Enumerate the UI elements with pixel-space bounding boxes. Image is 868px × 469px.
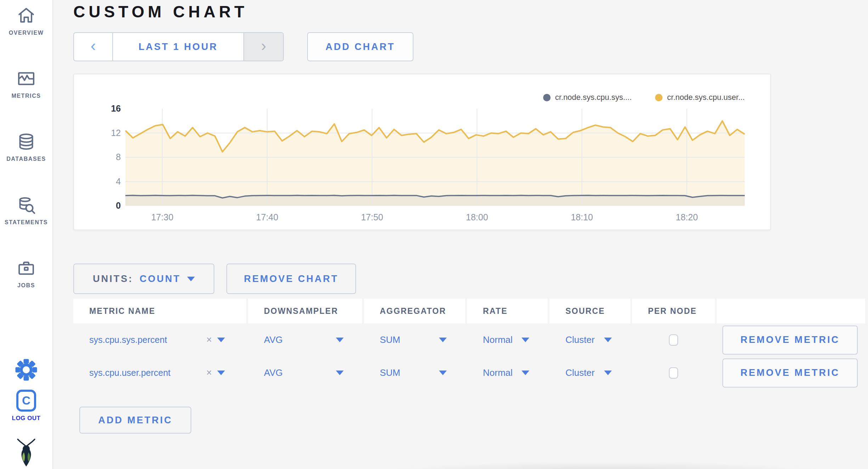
time-window-selector: ‹ LAST 1 HOUR › [73,32,284,61]
jobs-icon [16,258,36,278]
chevron-down-icon [522,371,529,375]
sidebar-item-metrics[interactable]: METRICS [0,69,52,99]
per-node-checkbox[interactable] [669,367,678,379]
col-header-rate: RATE [467,299,548,323]
sidebar: OVERVIEW METRICS DATABASES STATEMENTS JO… [0,0,53,469]
logout-button[interactable]: C LOG OUT [0,390,52,422]
legend-dot-user [655,94,663,101]
sidebar-item-label: METRICS [11,93,41,99]
chevron-down-icon [439,371,447,375]
chevron-down-icon [217,371,225,375]
clear-x-icon: × [206,367,212,378]
legend-dot-sys [543,94,551,101]
sidebar-item-label: STATEMENTS [5,219,48,226]
sidebar-item-label: OVERVIEW [9,30,44,36]
metric-row: sys.cpu.user.percent × AVG SUM Normal Cl… [73,356,864,389]
aggregator-select[interactable]: SUM [380,367,465,378]
downsampler-select[interactable]: AVG [264,334,362,345]
remove-chart-button[interactable]: REMOVE CHART [226,264,356,294]
col-header-metric-name: METRIC NAME [73,299,246,323]
sidebar-item-label: JOBS [17,282,35,289]
page-title: CUSTOM CHART [73,2,248,21]
logout-label: LOG OUT [12,415,41,422]
metric-clear-dropdown[interactable]: × [206,334,225,345]
col-header-downsampler: DOWNSAMPLER [248,299,362,323]
aggregator-select[interactable]: SUM [380,334,465,345]
chevron-down-icon [439,338,447,342]
chevron-left-icon: ‹ [91,38,96,56]
sidebar-item-overview[interactable]: OVERVIEW [0,6,52,36]
time-prev-button[interactable]: ‹ [74,33,113,61]
sidebar-item-jobs[interactable]: JOBS [0,258,52,289]
remove-metric-button[interactable]: REMOVE METRIC [722,326,858,355]
rate-select[interactable]: Normal [483,367,548,378]
svg-text:17:50: 17:50 [361,212,383,222]
col-header-aggregator: AGGREGATOR [364,299,465,323]
add-metric-button[interactable]: ADD METRIC [79,407,191,434]
database-icon [16,132,36,152]
chart-options-row: UNITS: COUNT REMOVE CHART [73,264,356,294]
legend-item-user[interactable]: cr.node.sys.cpu.user... [655,93,745,102]
units-dropdown[interactable]: UNITS: COUNT [73,264,214,294]
sidebar-item-statements[interactable]: STATEMENTS [0,195,52,226]
sidebar-item-label: DATABASES [6,156,46,162]
chevron-down-icon [604,338,612,342]
remove-metric-button[interactable]: REMOVE METRIC [722,358,858,388]
source-select[interactable]: Cluster [565,334,630,345]
home-icon [16,6,36,26]
metric-clear-dropdown[interactable]: × [206,367,225,378]
legend-item-sys[interactable]: cr.node.sys.cpu.sys.... [543,93,632,102]
svg-text:16: 16 [111,103,121,113]
svg-text:12: 12 [111,128,121,138]
chevron-down-icon [217,338,225,342]
svg-text:0: 0 [116,200,121,210]
main-content: CUSTOM CHART ‹ LAST 1 HOUR › ADD CHART 0… [54,0,868,469]
metric-name-select[interactable]: sys.cpu.user.percent [89,368,170,378]
per-node-checkbox[interactable] [669,334,678,346]
statements-icon [16,195,36,215]
toolbar: ‹ LAST 1 HOUR › ADD CHART [73,32,413,61]
chevron-right-icon: › [261,38,266,56]
chevron-down-icon [604,371,612,375]
downsampler-select[interactable]: AVG [264,367,362,378]
svg-text:4: 4 [116,176,121,186]
chart-card: 048121617:3017:4017:5018:0018:1018:20 cr… [73,74,771,230]
metrics-icon [16,69,36,89]
clear-x-icon: × [206,334,212,345]
bottom-shadow [281,460,868,469]
gear-icon[interactable] [16,360,36,380]
chart-legend: cr.node.sys.cpu.sys.... cr.node.sys.cpu.… [543,93,745,102]
add-chart-button[interactable]: ADD CHART [307,32,413,61]
metric-name-select[interactable]: sys.cpu.sys.percent [89,335,167,345]
svg-text:17:30: 17:30 [151,212,174,222]
cockroach-c-icon: C [16,390,36,412]
cockroach-bug-logo[interactable] [15,438,38,469]
sidebar-item-databases[interactable]: DATABASES [0,132,52,162]
svg-text:18:20: 18:20 [676,212,698,222]
metrics-table-header: METRIC NAME DOWNSAMPLER AGGREGATOR RATE … [73,299,864,323]
chevron-down-icon [336,338,344,342]
time-next-button-disabled[interactable]: › [243,33,283,61]
col-header-actions [717,299,865,323]
svg-text:18:10: 18:10 [571,212,593,222]
rate-select[interactable]: Normal [483,334,548,345]
col-header-per-node: PER NODE [632,299,715,323]
metric-row: sys.cpu.sys.percent × AVG SUM Normal Clu… [73,323,864,356]
svg-text:18:00: 18:00 [466,212,488,222]
chevron-down-icon [522,338,529,342]
col-header-source: SOURCE [549,299,630,323]
chevron-down-icon [336,371,344,375]
svg-text:8: 8 [116,152,121,162]
chevron-down-icon [187,277,195,281]
metrics-table: METRIC NAME DOWNSAMPLER AGGREGATOR RATE … [73,299,864,389]
time-range-dropdown[interactable]: LAST 1 HOUR [113,33,243,61]
source-select[interactable]: Cluster [565,367,630,378]
svg-text:17:40: 17:40 [256,212,278,222]
